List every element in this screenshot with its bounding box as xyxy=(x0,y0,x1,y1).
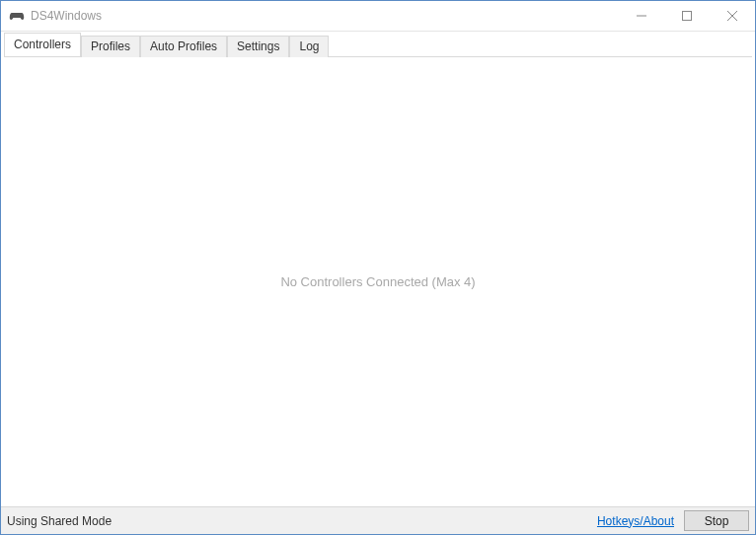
minimize-button[interactable] xyxy=(619,1,664,31)
empty-message: No Controllers Connected (Max 4) xyxy=(280,274,475,289)
titlebar: DS4Windows xyxy=(1,1,755,32)
window-title: DS4Windows xyxy=(31,9,102,23)
controllers-panel: No Controllers Connected (Max 4) xyxy=(4,56,752,506)
app-icon xyxy=(9,8,25,24)
hotkeys-about-link[interactable]: Hotkeys/About xyxy=(597,514,674,528)
tab-controllers[interactable]: Controllers xyxy=(4,33,81,56)
tab-settings[interactable]: Settings xyxy=(227,36,289,57)
statusbar: Using Shared Mode Hotkeys/About Stop xyxy=(1,506,755,534)
tab-auto-profiles[interactable]: Auto Profiles xyxy=(140,36,227,57)
tab-log[interactable]: Log xyxy=(289,36,329,57)
close-button[interactable] xyxy=(710,1,755,31)
stop-button[interactable]: Stop xyxy=(684,510,749,531)
tab-strip: Controllers Profiles Auto Profiles Setti… xyxy=(1,32,755,56)
svg-rect-1 xyxy=(683,12,692,21)
status-mode: Using Shared Mode xyxy=(7,514,112,528)
tab-profiles[interactable]: Profiles xyxy=(81,36,140,57)
maximize-button[interactable] xyxy=(664,1,710,31)
